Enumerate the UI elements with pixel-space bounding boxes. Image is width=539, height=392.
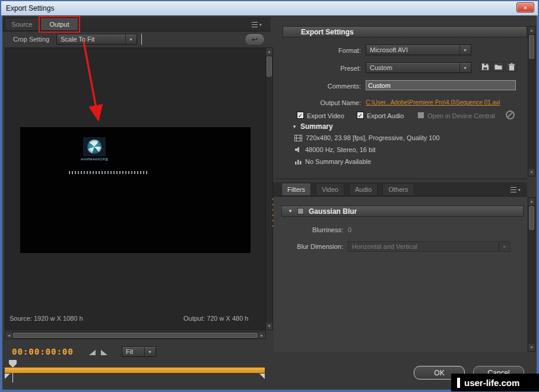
tab-audio[interactable]: Audio bbox=[349, 183, 378, 196]
video-settings-icon bbox=[294, 135, 302, 141]
comments-input[interactable] bbox=[366, 80, 516, 90]
dropdown-arrow-icon: ▼ bbox=[459, 63, 467, 72]
scroll-down-icon[interactable]: ▼ bbox=[266, 323, 272, 330]
crop-setting-dropdown[interactable]: Scale To Fit ▼ bbox=[56, 34, 137, 45]
tab-source[interactable]: Source bbox=[5, 18, 39, 31]
crop-setting-label: Crop Setting bbox=[13, 36, 49, 43]
scroll-right-icon[interactable]: ► bbox=[258, 332, 265, 339]
dropdown-arrow-icon: ▼ bbox=[499, 242, 506, 251]
scroll-up-icon[interactable]: ▲ bbox=[528, 198, 535, 205]
tab-filters[interactable]: Filters bbox=[281, 183, 311, 196]
work-area-left-handle[interactable] bbox=[5, 374, 10, 379]
check-icon: ✓ bbox=[358, 112, 363, 119]
blur-dimension-label: Blur Dimension: bbox=[273, 243, 343, 250]
timecode-display[interactable]: 00:00:00:00 bbox=[12, 347, 74, 356]
tab-video-label: Video bbox=[322, 186, 338, 193]
gaussian-blur-header: ▼ Gaussian Blur bbox=[281, 206, 524, 217]
watermark-text: user-life.com bbox=[464, 378, 519, 388]
scrollbar-thumb[interactable] bbox=[529, 206, 534, 230]
scrollbar-thumb[interactable] bbox=[529, 35, 534, 59]
tab-video[interactable]: Video bbox=[316, 183, 344, 196]
bar-chart-icon bbox=[294, 158, 302, 165]
close-button[interactable]: × bbox=[516, 2, 534, 12]
tab-others[interactable]: Others bbox=[382, 183, 414, 196]
undo-arrow-icon: ↩ bbox=[252, 35, 258, 44]
summary-other-row: No Summary Available bbox=[294, 158, 371, 165]
settings-vertical-scrollbar[interactable]: ▲ ▼ bbox=[528, 26, 535, 176]
watermark-bar bbox=[457, 378, 460, 388]
delete-preset-button[interactable] bbox=[506, 62, 517, 72]
device-central-disabled-icon bbox=[506, 110, 515, 119]
summary-other-text: No Summary Available bbox=[305, 158, 371, 165]
blur-dimension-value: Horizontal and Vertical bbox=[352, 243, 417, 250]
preview-vertical-scrollbar[interactable]: ▲ ▼ bbox=[265, 48, 273, 330]
check-icon: ✓ bbox=[298, 112, 303, 119]
gaussian-blur-label: Gaussian Blur bbox=[309, 207, 357, 216]
import-preset-button[interactable] bbox=[493, 62, 504, 72]
chevron-down-icon: ▾ bbox=[259, 23, 262, 27]
video-thumbnail: АНИМАККОРД bbox=[75, 137, 113, 161]
filters-panel-body bbox=[273, 197, 527, 352]
output-name-label: Output Name: bbox=[285, 99, 361, 106]
save-preset-button[interactable] bbox=[480, 62, 491, 72]
menu-lines-icon bbox=[511, 187, 516, 192]
scroll-left-icon[interactable]: ◄ bbox=[5, 332, 12, 339]
preset-label: Preset: bbox=[285, 65, 361, 72]
gaussian-blur-disclosure-icon[interactable]: ▼ bbox=[288, 208, 293, 214]
summary-video-row: 720x480, 23.98 [fps], Progressive, Quali… bbox=[294, 134, 440, 141]
scroll-up-icon[interactable]: ▲ bbox=[266, 48, 272, 55]
format-dropdown[interactable]: Microsoft AVI ▼ bbox=[366, 45, 471, 55]
blurriness-value[interactable]: 0 bbox=[348, 226, 351, 233]
export-settings-header-label: Export Settings bbox=[301, 28, 354, 36]
dropdown-arrow-icon: ▼ bbox=[459, 45, 467, 55]
format-value: Microsoft AVI bbox=[370, 46, 408, 53]
open-device-central-checkbox[interactable] bbox=[417, 112, 424, 119]
zoom-fit-dropdown[interactable]: Fit ▼ bbox=[122, 346, 156, 357]
preset-dropdown[interactable]: Custom ▼ bbox=[366, 62, 471, 73]
export-settings-window: Export Settings × Source Output ▾ Crop S… bbox=[0, 0, 539, 392]
output-dimensions: Output: 720 w X 480 h bbox=[183, 315, 248, 322]
tab-others-label: Others bbox=[388, 186, 408, 193]
reset-crop-button[interactable]: ↩ bbox=[245, 33, 265, 46]
scroll-down-icon[interactable]: ▼ bbox=[528, 169, 535, 176]
panel-menu-icon[interactable]: ▾ bbox=[511, 186, 524, 194]
dropdown-arrow-icon: ▼ bbox=[125, 34, 133, 44]
export-settings-header: Export Settings bbox=[283, 26, 527, 37]
gaussian-blur-checkbox[interactable] bbox=[297, 208, 304, 214]
source-dimensions: Source: 1920 w X 1080 h bbox=[9, 315, 83, 322]
crop-setting-value: Scale To Fit bbox=[61, 36, 94, 43]
work-area-right-handle[interactable] bbox=[259, 374, 265, 379]
filmstrip-dots bbox=[69, 171, 148, 174]
preview-horizontal-scrollbar[interactable]: ◄ ► bbox=[5, 331, 266, 339]
dropdown-arrow-icon: ▼ bbox=[144, 347, 152, 356]
output-name-link[interactable]: C:\User...Adobe\Premiere Pro\4.0\Sequenc… bbox=[366, 99, 500, 106]
filters-vertical-scrollbar[interactable]: ▲ ▼ bbox=[528, 197, 535, 352]
panel-divider bbox=[275, 178, 527, 179]
export-video-checkbox[interactable]: ✓ bbox=[297, 112, 304, 119]
summary-label: Summary bbox=[300, 122, 333, 131]
panel-menu-icon[interactable]: ▾ bbox=[252, 21, 265, 29]
watermark: user-life.com bbox=[451, 374, 539, 391]
save-icon bbox=[481, 63, 489, 71]
tab-audio-label: Audio bbox=[355, 186, 372, 193]
scrollbar-thumb[interactable] bbox=[267, 56, 272, 77]
scroll-up-icon[interactable]: ▲ bbox=[528, 27, 535, 34]
summary-audio-row: 48000 Hz, Stereo, 16 bit bbox=[294, 146, 376, 153]
trash-icon bbox=[508, 63, 515, 71]
blurriness-label: Blurriness: bbox=[273, 226, 343, 233]
format-label: Format: bbox=[285, 47, 361, 54]
zoom-fit-value: Fit bbox=[126, 348, 133, 355]
set-in-point-icon[interactable] bbox=[89, 350, 96, 355]
scrollbar-thumb[interactable] bbox=[13, 333, 258, 338]
tab-filters-label: Filters bbox=[287, 186, 305, 193]
video-frame: АНИМАККОРД bbox=[20, 127, 251, 253]
blur-dimension-dropdown[interactable]: Horizontal and Vertical ▼ bbox=[348, 241, 511, 252]
scroll-down-icon[interactable]: ▼ bbox=[528, 344, 535, 351]
set-out-point-icon[interactable] bbox=[101, 350, 107, 355]
timeline-work-area-bar[interactable] bbox=[5, 367, 265, 373]
summary-disclosure-icon[interactable]: ▼ bbox=[292, 124, 297, 129]
summary-audio-text: 48000 Hz, Stereo, 16 bit bbox=[305, 146, 376, 153]
export-audio-checkbox[interactable]: ✓ bbox=[357, 112, 364, 119]
titlebar[interactable]: Export Settings bbox=[1, 1, 538, 15]
folder-icon bbox=[494, 64, 502, 70]
